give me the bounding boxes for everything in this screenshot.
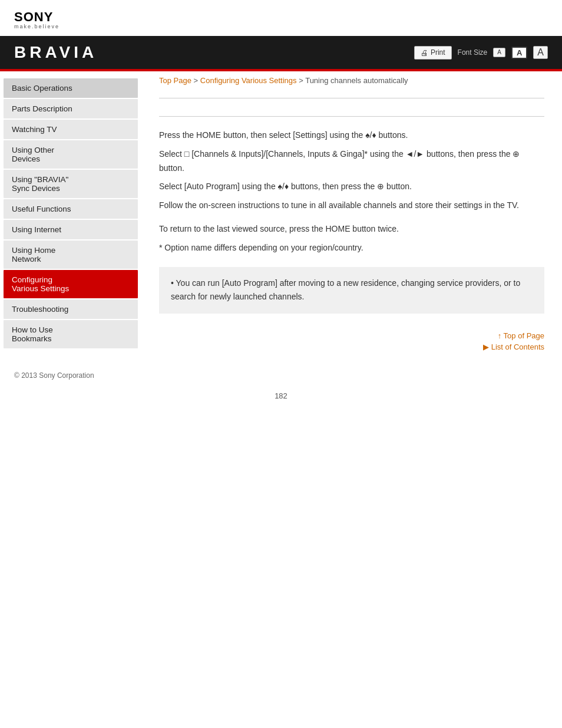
copyright: © 2013 Sony Corporation [14, 371, 94, 380]
sony-tagline: make.believe [14, 24, 59, 29]
footer-links: Top of Page List of Contents [159, 325, 544, 360]
sidebar-item-using-bravia-sync[interactable]: Using "BRAVIA"Sync Devices [4, 170, 138, 198]
page-number: 182 [0, 386, 562, 406]
breadcrumb-top-page[interactable]: Top Page [159, 76, 191, 85]
top-divider [159, 98, 544, 98]
content-area: Top Page > Configuring Various Settings … [141, 71, 562, 371]
sony-logo: SONY make.believe [14, 11, 59, 29]
tip-box: You can run [Auto Program] after moving … [159, 267, 544, 314]
sidebar-item-using-internet[interactable]: Using Internet [4, 220, 138, 239]
bravia-title: BRAVIA [14, 43, 97, 62]
breadcrumb-section[interactable]: Configuring Various Settings [200, 76, 297, 85]
sidebar-item-using-home-network[interactable]: Using HomeNetwork [4, 241, 138, 269]
logo-area: SONY make.believe [0, 0, 562, 36]
content-steps: Press the HOME button, then select [Sett… [159, 129, 544, 213]
sidebar: Basic Operations Parts Description Watch… [0, 71, 141, 371]
step-2: Select □ [Channels & Inputs]/[Channels, … [159, 147, 544, 176]
second-divider [159, 116, 544, 117]
sidebar-item-configuring-settings[interactable]: ConfiguringVarious Settings [4, 270, 138, 298]
sidebar-item-parts-description[interactable]: Parts Description [4, 99, 138, 118]
font-size-small-button[interactable]: A [493, 48, 505, 57]
header-controls: Print Font Size A A A [414, 46, 548, 60]
font-size-large-button[interactable]: A [533, 46, 548, 59]
list-of-contents-link[interactable]: List of Contents [159, 342, 544, 351]
sidebar-item-how-to-use-bookmarks[interactable]: How to UseBookmarks [4, 320, 138, 348]
font-size-medium-button[interactable]: A [511, 47, 527, 59]
header-bar: BRAVIA Print Font Size A A A [0, 36, 562, 69]
font-size-label: Font Size [458, 48, 488, 57]
sidebar-item-troubleshooting[interactable]: Troubleshooting [4, 299, 138, 319]
tip-text: You can run [Auto Program] after moving … [171, 276, 533, 305]
step-1: Press the HOME button, then select [Sett… [159, 129, 544, 143]
sidebar-item-using-other-devices[interactable]: Using OtherDevices [4, 140, 138, 169]
step-3: Select [Auto Program] using the ♠/♦ butt… [159, 180, 544, 194]
sidebar-item-watching-tv[interactable]: Watching TV [4, 120, 138, 139]
step-4: Follow the on-screen instructions to tun… [159, 199, 544, 213]
main-layout: Basic Operations Parts Description Watch… [0, 71, 562, 371]
sidebar-item-useful-functions[interactable]: Useful Functions [4, 199, 138, 219]
print-button[interactable]: Print [414, 46, 452, 60]
sony-brand: SONY [14, 11, 59, 24]
breadcrumb: Top Page > Configuring Various Settings … [159, 71, 544, 92]
top-of-page-link[interactable]: Top of Page [159, 331, 544, 340]
breadcrumb-current: Tuning channels automatically [305, 76, 408, 85]
sidebar-item-basic-operations[interactable]: Basic Operations [4, 78, 138, 98]
print-icon [421, 48, 428, 57]
note-return: To return to the last viewed source, pre… [159, 222, 544, 255]
